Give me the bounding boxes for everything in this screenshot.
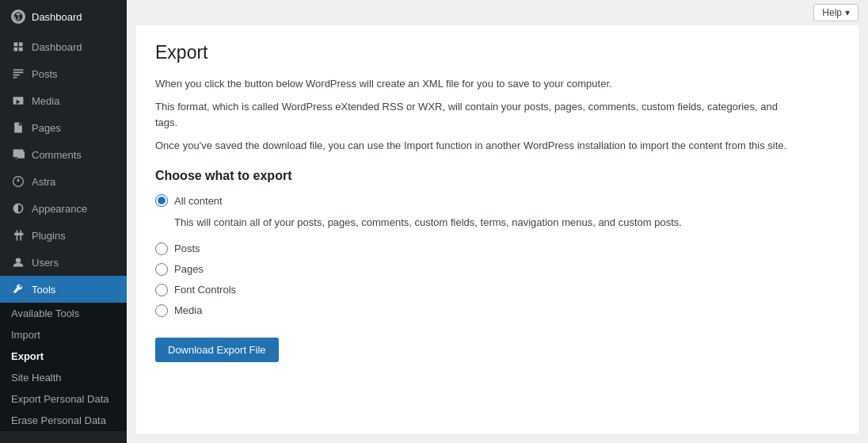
sidebar-item-plugins[interactable]: Plugins [0,222,127,249]
sidebar-item-posts[interactable]: Posts [0,60,127,87]
submenu-import[interactable]: Import [0,324,127,346]
sidebar-item-label: Tools [32,284,55,296]
submenu-available-tools[interactable]: Available Tools [0,303,127,324]
submenu-site-health[interactable]: Site Health [0,367,127,388]
svg-point-3 [16,258,21,262]
sidebar-item-label: Plugins [32,230,66,242]
description-2: This format, which is called WordPress e… [155,99,789,132]
topbar: Help ▾ [127,0,868,25]
appearance-icon [11,201,25,216]
comments-icon [11,147,25,162]
sidebar-item-comments[interactable]: Comments [0,141,127,168]
dashboard-icon [11,40,25,54]
wordpress-icon [11,10,25,24]
sidebar-logo[interactable]: Dashboard [0,0,127,33]
sidebar-item-media[interactable]: Media [0,87,127,114]
sidebar-item-tools[interactable]: Tools [0,276,127,303]
media-icon [11,94,25,108]
sidebar-item-users[interactable]: Users [0,249,127,276]
sidebar-item-appearance[interactable]: Appearance [0,195,127,222]
sidebar-item-label: Users [32,257,59,269]
radio-option-pages[interactable]: Pages [155,263,839,276]
help-label: Help [822,7,842,18]
tools-submenu: Available Tools Import Export Site Healt… [0,303,127,431]
sidebar-item-label: Dashboard [32,41,82,53]
section-title: Choose what to export [155,169,839,183]
radio-option-all-content[interactable]: All content [155,194,839,207]
description-3: Once you've saved the download file, you… [155,138,789,155]
sidebar-item-label: Astra [32,176,55,188]
submenu-export[interactable]: Export [0,346,127,367]
sidebar-item-label: Pages [32,122,61,134]
sidebar-item-dashboard[interactable]: Dashboard [0,33,127,60]
help-chevron-icon: ▾ [845,7,850,18]
page-title: Export [155,41,839,65]
radio-option-posts[interactable]: Posts [155,243,839,255]
sidebar-item-label: Appearance [32,203,87,215]
radio-pages[interactable] [155,263,168,276]
radio-posts[interactable] [155,243,168,255]
sidebar-item-pages[interactable]: Pages [0,114,127,141]
sidebar-item-label: Comments [32,149,82,161]
radio-label-all-content: All content [174,195,223,207]
radio-label-posts: Posts [174,243,200,254]
all-content-description: This will contain all of your posts, pag… [174,215,689,231]
radio-label-media: Media [174,304,202,316]
radio-label-font-controls: Font Controls [174,284,236,296]
posts-icon [11,67,25,81]
sidebar-item-astra[interactable]: Astra [0,168,127,195]
tools-icon [11,282,25,296]
submenu-export-personal-data[interactable]: Export Personal Data [0,388,127,410]
content-area: Export When you click the button below W… [136,25,858,433]
download-export-button[interactable]: Download Export File [155,338,279,362]
plugins-icon [11,228,25,243]
astra-icon [11,174,25,189]
main-area: Help ▾ Export When you click the button … [127,0,868,443]
sidebar-logo-label: Dashboard [32,11,82,23]
help-button[interactable]: Help ▾ [813,4,858,21]
sidebar: Dashboard Dashboard Posts Media Pages Co… [0,0,127,443]
radio-label-pages: Pages [174,263,204,275]
sidebar-item-label: Posts [32,68,58,80]
submenu-erase-personal-data[interactable]: Erase Personal Data [0,410,127,431]
pages-icon [11,120,25,135]
description-1: When you click the button below WordPres… [155,76,789,93]
users-icon [11,255,25,269]
radio-font-controls[interactable] [155,284,168,296]
radio-media[interactable] [155,304,168,317]
radio-option-font-controls[interactable]: Font Controls [155,284,839,296]
radio-option-media[interactable]: Media [155,304,839,317]
radio-all-content[interactable] [155,194,168,207]
sidebar-item-label: Media [32,95,59,107]
